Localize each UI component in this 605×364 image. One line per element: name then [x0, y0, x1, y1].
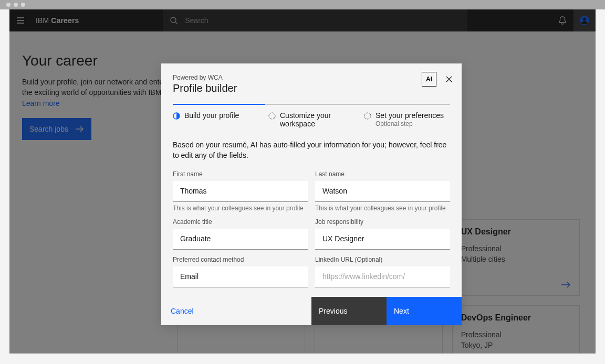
- ai-badge: AI: [422, 72, 436, 87]
- previous-button[interactable]: Previous: [311, 297, 387, 325]
- last-name-helper: This is what your colleagues see in your…: [315, 205, 450, 212]
- traffic-light-min[interactable]: [14, 3, 18, 7]
- last-name-field[interactable]: [315, 181, 450, 202]
- job-responsibility-label: Job responsibility: [315, 218, 450, 226]
- linkedin-url-field[interactable]: [315, 266, 450, 287]
- step-current-icon: [173, 112, 180, 120]
- modal-title: Profile builder: [173, 82, 450, 94]
- step-progress: [173, 104, 450, 105]
- cancel-button[interactable]: Cancel: [161, 297, 311, 325]
- profile-builder-modal: Powered by WCA Profile builder AI Build …: [161, 63, 462, 325]
- step-set-preferences[interactable]: Set your preferences Optional step: [364, 111, 450, 128]
- svg-point-4: [269, 113, 275, 119]
- window-titlebar: [0, 0, 605, 9]
- svg-point-5: [364, 113, 371, 119]
- step-customize-workspace[interactable]: Customize your workspace: [268, 111, 354, 128]
- first-name-label: First name: [173, 170, 308, 178]
- step-pending-icon: [364, 112, 371, 120]
- powered-by-label: Powered by WCA: [173, 74, 450, 81]
- step-pending-icon: [268, 112, 276, 120]
- academic-title-label: Academic title: [173, 218, 308, 226]
- last-name-label: Last name: [315, 170, 450, 178]
- academic-title-field[interactable]: [173, 229, 308, 250]
- traffic-light-close[interactable]: [6, 3, 11, 7]
- first-name-helper: This is what your colleagues see in your…: [173, 205, 308, 212]
- next-button[interactable]: Next: [387, 297, 462, 325]
- close-icon[interactable]: [444, 74, 454, 84]
- step-build-profile[interactable]: Build your profile: [173, 111, 259, 128]
- contact-method-label: Preferred contact method: [173, 256, 308, 263]
- modal-intro-text: Based on your resumé, AI has auto-filled…: [173, 140, 450, 161]
- traffic-light-max[interactable]: [21, 3, 25, 7]
- linkedin-url-label: LinkedIn URL (Optional): [315, 256, 450, 263]
- contact-method-field[interactable]: [173, 266, 308, 287]
- first-name-field[interactable]: [173, 181, 308, 202]
- job-responsibility-field[interactable]: [315, 229, 450, 250]
